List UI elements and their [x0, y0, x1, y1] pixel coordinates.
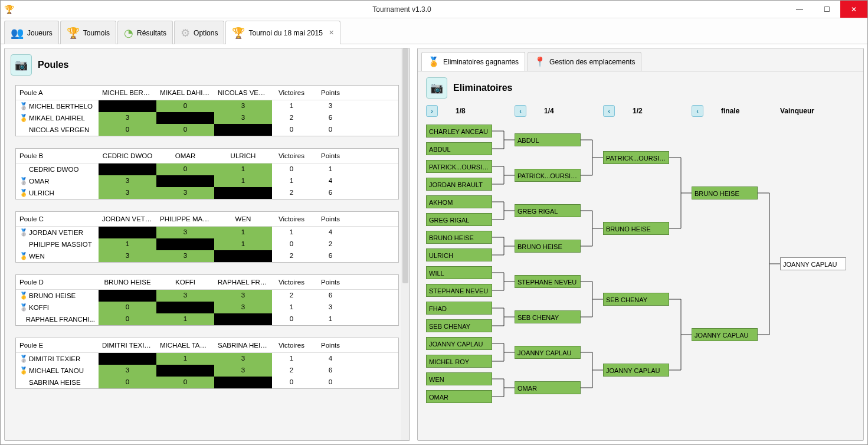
tab-label: Joueurs: [27, 29, 53, 37]
poule-player-row: 🥈OMAR3114: [16, 175, 398, 187]
bracket-seed[interactable]: JOANNY CAPLAU: [692, 328, 758, 341]
bracket-seed[interactable]: GREG RIGAL: [515, 204, 581, 217]
bracket-seed[interactable]: FHAD: [426, 302, 492, 315]
medal-icon: 🥈: [19, 355, 27, 363]
round-label: 1/4: [544, 107, 554, 115]
player-name: CEDRIC DWOO: [29, 166, 78, 173]
tab-label: Options: [194, 29, 218, 37]
score-cell: 1: [156, 313, 214, 325]
maximize-button[interactable]: ☐: [813, 1, 840, 18]
poules-title: Poules: [38, 60, 68, 70]
points-cell: 4: [311, 353, 350, 365]
score-cell: [99, 100, 156, 112]
medal-icon: [19, 126, 27, 134]
tab-label: Résultats: [137, 29, 166, 37]
score-cell: 3: [214, 302, 272, 313]
poule-player-row: 🥈MICHEL BERTHELO0313: [16, 100, 398, 112]
score-cell: 3: [99, 250, 156, 262]
round-nav-next[interactable]: ›: [426, 105, 438, 117]
camera-button[interactable]: 📷: [11, 54, 32, 76]
score-cell: 3: [99, 112, 156, 124]
score-cell: [99, 163, 156, 175]
bracket-seed[interactable]: WEN: [426, 372, 492, 385]
bracket-seed[interactable]: ULRICH: [426, 248, 492, 261]
poule-header-row: Poule CJORDAN VETIERPHILIPPE MASSI...WEN…: [16, 212, 398, 227]
gear-icon: ⚙: [181, 27, 190, 40]
bracket-seed[interactable]: OMAR: [426, 390, 492, 403]
minimize-button[interactable]: —: [786, 1, 813, 18]
bracket-seed[interactable]: ABDUL: [426, 142, 492, 155]
poule-column-header: BRUNO HEISE: [99, 275, 156, 289]
poule-player-row: 🥈DIMITRI TEXIER1314: [16, 353, 398, 365]
round-nav-prev[interactable]: ‹: [515, 105, 526, 117]
poule-stat-header: Points: [311, 86, 350, 100]
bracket-seed[interactable]: PATRICK...OURSIKO: [603, 151, 669, 164]
round-nav-prev[interactable]: ‹: [692, 105, 703, 117]
bracket-seed[interactable]: SEB CHENAY: [603, 293, 669, 306]
bracket-seed[interactable]: JOANNY CAPLAU: [515, 346, 581, 359]
subtab-eliminatoires[interactable]: 🏅 Eliminatoires gagnantes: [421, 52, 525, 71]
bracket-seed[interactable]: CHARLEY ANCEAU: [426, 125, 492, 138]
bracket-seed[interactable]: JOANNY CAPLAU: [603, 364, 669, 377]
player-name: SABRINA HEISE: [29, 379, 81, 386]
vertical-scrollbar[interactable]: [401, 48, 410, 440]
medal-icon: 🥈: [19, 228, 27, 237]
bracket-seed[interactable]: ABDUL: [515, 133, 581, 146]
score-cell: 3: [99, 175, 156, 187]
victoires-cell: 0: [272, 124, 311, 136]
window-buttons: — ☐ ✕: [786, 1, 867, 18]
bracket-seed[interactable]: STEPHANE NEVEU: [515, 275, 581, 288]
bracket-seed[interactable]: PATRICK...OURSIKO: [515, 169, 581, 182]
medal-icon: 🏅: [428, 56, 440, 67]
poule-box: Poule AMICHEL BERTH...MIKAEL DAHIRELNICO…: [15, 85, 399, 136]
bracket-seed[interactable]: SEB CHENAY: [515, 310, 581, 323]
tab-resultats[interactable]: ◔ Résultats: [117, 21, 173, 44]
medal-icon: 🥈: [19, 303, 27, 312]
poule-header-row: Poule DBRUNO HEISEKOFFIRAPHAEL FRAN...Vi…: [16, 275, 398, 290]
poule-column-header: NICOLAS VERG...: [214, 86, 272, 100]
eliminatoires-panel: 🏅 Eliminatoires gagnantes 📍 Gestion des …: [417, 48, 864, 441]
player-name: DIMITRI TEXIER: [29, 355, 80, 362]
score-cell: 0: [156, 163, 214, 175]
right-subtabs: 🏅 Eliminatoires gagnantes 📍 Gestion des …: [418, 48, 863, 71]
bracket-seed[interactable]: BRUNO HEISE: [692, 186, 758, 199]
poule-stat-header: Victoires: [272, 149, 311, 163]
bracket-seed[interactable]: BRUNO HEISE: [515, 240, 581, 253]
tab-tournois[interactable]: 🏆 Tournois: [60, 21, 116, 44]
close-button[interactable]: ✕: [840, 1, 867, 18]
medal-icon: [19, 165, 27, 174]
winner-seed[interactable]: JOANNY CAPLAU: [780, 257, 846, 270]
bracket-seed[interactable]: BRUNO HEISE: [426, 231, 492, 244]
bracket-seed[interactable]: OMAR: [515, 381, 581, 394]
score-cell: 0: [156, 100, 214, 112]
victoires-cell: 1: [272, 227, 311, 238]
players-icon: 👥: [11, 27, 24, 40]
bracket-seed[interactable]: JORDAN BRAULT: [426, 178, 492, 191]
bracket-seed[interactable]: JOANNY CAPLAU: [426, 337, 492, 350]
score-cell: 1: [156, 353, 214, 365]
medal-icon: 🥇: [19, 292, 27, 300]
bracket-seed[interactable]: AKHOM: [426, 195, 492, 208]
round-header-cell: ‹1/4: [515, 105, 603, 117]
bracket-area: 📷 Eliminatoires ›1/8‹1/4‹1/2‹finaleVainq…: [418, 71, 863, 420]
bracket-seed[interactable]: MICHEL ROY: [426, 355, 492, 368]
score-cell: 3: [156, 187, 214, 199]
round-nav-prev[interactable]: ‹: [603, 105, 615, 117]
bracket-seed[interactable]: STEPHANE NEVEU: [426, 284, 492, 297]
tab-joueurs[interactable]: 👥 Joueurs: [4, 21, 59, 44]
subtab-emplacements[interactable]: 📍 Gestion des emplacements: [528, 52, 641, 71]
tab-options[interactable]: ⚙ Options: [174, 21, 224, 44]
bracket-seed[interactable]: GREG RIGAL: [426, 213, 492, 226]
close-tab-icon[interactable]: ✕: [329, 29, 334, 37]
victoires-cell: 2: [272, 365, 311, 377]
tab-current-tournament[interactable]: 🏆 Tournoi du 18 mai 2015 ✕: [225, 21, 340, 44]
score-cell: 0: [99, 377, 156, 388]
bracket-seed[interactable]: SEB CHENAY: [426, 319, 492, 332]
bracket-seed[interactable]: BRUNO HEISE: [603, 222, 669, 235]
poule-player-row: 🥈JORDAN VETIER3114: [16, 227, 398, 238]
poules-container: Poule AMICHEL BERTH...MIKAEL DAHIRELNICO…: [5, 85, 410, 389]
bracket-seed[interactable]: PATRICK...OURSIKO: [426, 160, 492, 173]
bracket-seed[interactable]: WILL: [426, 266, 492, 279]
round-header-cell: Vainqueur: [780, 107, 851, 115]
camera-button[interactable]: 📷: [426, 77, 447, 99]
